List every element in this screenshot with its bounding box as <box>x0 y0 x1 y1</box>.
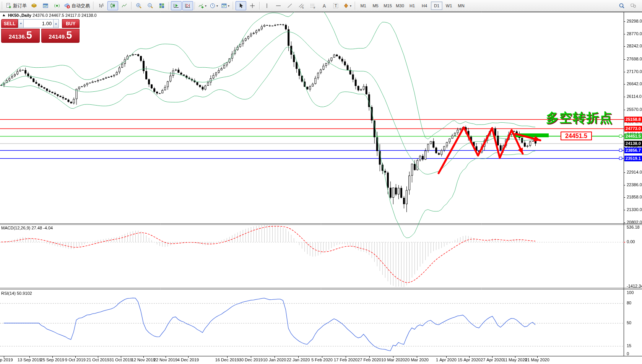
trendline-icon <box>287 3 293 9</box>
timeframe-m1-button[interactable]: M1 <box>358 2 369 10</box>
timeframe-mn-button[interactable]: MN <box>455 2 467 10</box>
auto-scroll-icon <box>173 3 179 9</box>
price-tag-24451[interactable]: 24451.5 <box>561 132 592 140</box>
line-chart-button[interactable] <box>119 1 130 10</box>
price-badge-25158.8[interactable]: 25158.8 <box>624 117 642 122</box>
signals-button[interactable] <box>52 1 62 10</box>
cloud-stop-icon <box>64 3 70 9</box>
dropdown-caret-icon[interactable]: ▾ <box>205 4 206 8</box>
chart-window-icon <box>221 3 227 9</box>
cursor-button[interactable] <box>236 1 246 10</box>
tiles-icon <box>159 3 165 9</box>
zoom-in-button[interactable] <box>133 1 144 10</box>
green-signal-icon <box>54 3 60 9</box>
text-label-button[interactable]: T <box>330 1 341 10</box>
volume-input[interactable]: 1.00 <box>24 19 53 28</box>
toolbar: 新订单自动交易▾▾▾EFAT▾M1M5M15M30H1H4D1W1MN <box>0 0 642 12</box>
timeframe-w1-button[interactable]: W1 <box>443 2 455 10</box>
periods-button[interactable]: ▾ <box>208 1 219 10</box>
rsi-label: RSI(14) 50.9102 <box>1 291 32 296</box>
chart-collapse-icon[interactable] <box>3 14 6 17</box>
sell-button[interactable]: SELL <box>1 19 18 28</box>
shapes-button[interactable]: ▾ <box>342 1 353 10</box>
fibo-icon: F <box>310 3 316 9</box>
toolbar-separator <box>131 2 132 10</box>
crosshair-button[interactable] <box>247 1 258 10</box>
price-badge-23856.7[interactable]: 23856.7 <box>624 148 642 153</box>
timeframe-m5-button[interactable]: M5 <box>370 2 381 10</box>
zoom-out-button[interactable] <box>145 1 156 10</box>
auto-scroll-button[interactable] <box>171 1 182 10</box>
timeframe-d1-button[interactable]: D1 <box>431 2 442 10</box>
search-icon[interactable] <box>616 1 627 10</box>
channel-icon: E <box>298 3 304 9</box>
svg-text:A: A <box>323 3 326 9</box>
new-chart-button[interactable]: ▾ <box>220 1 231 10</box>
buy-price[interactable]: 24149.5 <box>41 29 80 43</box>
timeframe-h1-button[interactable]: H1 <box>406 2 418 10</box>
dropdown-caret-icon[interactable]: ▾ <box>228 4 229 8</box>
volume-decrease-button[interactable]: ▼ <box>18 19 24 28</box>
new-order-button[interactable]: 新订单 <box>5 1 28 10</box>
price-badge-24451.5[interactable]: 24451.5 <box>624 133 642 139</box>
svg-text:E: E <box>302 6 304 9</box>
price-badge-24773.0[interactable]: 24773.0 <box>624 126 642 132</box>
text-a-icon: A <box>321 3 327 9</box>
one-click-trading-panel: SELL ▼ 1.00 ▲ BUY 24136.5 24149.5 <box>1 19 80 43</box>
chart-header: HK50-,Daily 24376.0 24467.5 24117.0 2413… <box>3 13 97 18</box>
mt4-window: 新订单自动交易▾▾▾EFAT▾M1M5M15M30H1H4D1W1MN HK50… <box>0 0 642 364</box>
toolbar-separator <box>195 2 195 10</box>
buy-button[interactable]: BUY <box>62 19 80 28</box>
svg-text:T: T <box>335 3 337 8</box>
autotrading-button[interactable]: 自动交易 <box>63 1 91 10</box>
svg-text:F: F <box>314 6 315 9</box>
doc-plus-icon <box>6 3 12 9</box>
chart-shift-icon <box>185 3 191 9</box>
equidistant-channel-button[interactable]: E <box>296 1 307 10</box>
vline-icon <box>264 3 270 9</box>
bar-chart-button[interactable] <box>96 1 107 10</box>
macd-label: MACD(12,26,9) 27.48 -4.04 <box>1 226 53 230</box>
zoom-in-icon <box>136 3 142 9</box>
toolbar-grip <box>1 2 3 10</box>
linechart-icon <box>121 3 127 9</box>
toolbar-grip <box>354 2 356 10</box>
volume-increase-button[interactable]: ▲ <box>53 19 59 28</box>
timeframe-m15-button[interactable]: M15 <box>382 2 393 10</box>
symbol-title: HK50-,Daily <box>8 13 31 18</box>
crosshair-icon <box>249 3 255 9</box>
chat-icon[interactable] <box>628 1 639 10</box>
chart-canvas[interactable] <box>0 0 642 364</box>
text-t-icon: T <box>333 3 339 9</box>
toolbar-separator <box>169 2 169 10</box>
candlestick-button[interactable] <box>107 1 118 10</box>
chart-shift-button[interactable] <box>182 1 193 10</box>
sell-price[interactable]: 24136.5 <box>1 29 40 43</box>
horizontal-line-button[interactable] <box>273 1 284 10</box>
price-badge-24138.0[interactable]: 24138.0 <box>624 141 642 146</box>
trendline-button[interactable] <box>284 1 295 10</box>
toolbar-grip <box>93 2 94 10</box>
fibonacci-button[interactable]: F <box>307 1 318 10</box>
tile-windows-button[interactable] <box>156 1 167 10</box>
price-badge-23519.1[interactable]: 23519.1 <box>624 156 642 161</box>
cursor-icon <box>238 3 244 9</box>
ohlc-values: 24376.0 24467.5 24117.0 24138.0 <box>33 13 96 18</box>
blue-window-icon <box>42 3 49 9</box>
candles-icon <box>110 3 116 9</box>
metaeditor-button[interactable] <box>29 1 39 10</box>
market-watch-button[interactable] <box>40 1 51 10</box>
timeframe-m30-button[interactable]: M30 <box>394 2 406 10</box>
autotrading-button-label: 自动交易 <box>72 3 90 9</box>
timeframe-h4-button[interactable]: H4 <box>419 2 430 10</box>
dropdown-caret-icon[interactable]: ▾ <box>216 4 218 8</box>
bars-icon <box>98 3 104 9</box>
shapes-icon <box>343 3 349 9</box>
turning-point-annotation: 多空转折点 <box>546 109 613 127</box>
vertical-line-button[interactable] <box>262 1 272 10</box>
text-button[interactable]: A <box>319 1 330 10</box>
clock-icon <box>210 3 216 9</box>
dropdown-caret-icon[interactable]: ▾ <box>350 4 351 8</box>
indicator-plus-icon <box>198 3 204 9</box>
indicators-button[interactable]: ▾ <box>197 1 208 10</box>
